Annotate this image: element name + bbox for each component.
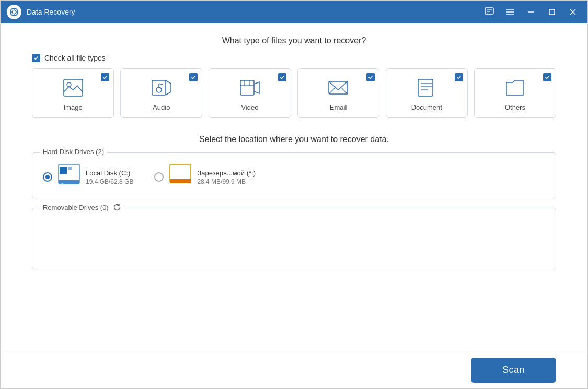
audio-checkbox[interactable] (189, 73, 198, 81)
svg-line-28 (341, 88, 348, 94)
main-content: What type of files you want to recover? … (1, 23, 587, 351)
drive-reserved-radio[interactable] (154, 172, 164, 182)
others-checkbox[interactable] (543, 73, 551, 81)
svg-line-21 (159, 84, 163, 85)
drive-c-radio[interactable] (43, 172, 52, 182)
svg-point-17 (67, 82, 71, 87)
svg-rect-36 (68, 167, 72, 170)
svg-rect-22 (240, 80, 254, 95)
removable-legend: Removable Drives (0) (40, 203, 124, 211)
app-title: Data Recovery (27, 8, 481, 16)
check-all-checkbox[interactable] (32, 54, 40, 62)
video-icon (238, 76, 261, 99)
document-label: Document (411, 103, 442, 111)
location-section: Select the location where you want to re… (32, 135, 556, 270)
drive-c-name: Local Disk (C:) (86, 169, 133, 177)
app-window: Data Recovery (0, 0, 588, 389)
file-type-others[interactable]: Others (474, 68, 556, 118)
hard-disk-drives-box: Hard Disk Drives (2) (32, 152, 556, 199)
chat-button[interactable] (481, 4, 498, 20)
image-checkbox[interactable] (101, 73, 109, 81)
location-title: Select the location where you want to re… (32, 135, 556, 144)
minimize-button[interactable] (523, 4, 539, 20)
file-type-email[interactable]: Email (297, 68, 379, 118)
drive-c[interactable]: C: Local Disk (C:) 19.4 GB/62.8 GB (43, 163, 133, 191)
svg-point-19 (156, 87, 162, 92)
file-types-title: What type of files you want to recover? (32, 36, 556, 45)
drive-reserved-icon (169, 163, 192, 191)
email-checkbox[interactable] (366, 73, 375, 81)
drives-list: C: Local Disk (C:) 19.4 GB/62.8 GB (43, 161, 545, 191)
others-icon (503, 76, 526, 99)
email-icon (327, 76, 350, 99)
image-icon (62, 76, 85, 99)
drive-reserved-size: 28.4 MB/99.9 MB (197, 178, 256, 185)
svg-text:C:: C: (61, 183, 65, 186)
svg-rect-39 (170, 179, 191, 183)
window-controls (481, 4, 581, 20)
video-checkbox[interactable] (278, 73, 286, 81)
menu-button[interactable] (502, 4, 518, 20)
svg-rect-6 (485, 8, 493, 14)
check-all-row[interactable]: Check all file types (32, 54, 556, 62)
removable-drives-box: Removable Drives (0) (32, 208, 556, 270)
app-logo (7, 5, 21, 19)
audio-icon (150, 76, 173, 99)
svg-rect-16 (64, 79, 83, 96)
file-type-audio[interactable]: Audio (120, 68, 202, 118)
document-icon (415, 76, 438, 99)
file-types-grid: Image (32, 68, 556, 118)
maximize-button[interactable] (544, 4, 560, 20)
video-label: Video (241, 103, 258, 111)
svg-rect-35 (60, 167, 67, 174)
removable-legend-text: Removable Drives (0) (43, 204, 109, 211)
svg-rect-29 (418, 79, 433, 96)
drive-reserved-name: Зарезерв...мой (*:) (197, 169, 256, 177)
footer: Scan (1, 351, 587, 388)
svg-rect-13 (549, 9, 555, 15)
drive-reserved[interactable]: Зарезерв...мой (*:) 28.4 MB/99.9 MB (154, 163, 256, 191)
scan-button[interactable]: Scan (471, 358, 556, 383)
drive-c-icon: C: (57, 163, 80, 191)
drive-reserved-info: Зарезерв...мой (*:) 28.4 MB/99.9 MB (197, 169, 256, 185)
document-checkbox[interactable] (455, 73, 463, 81)
svg-point-1 (12, 10, 16, 14)
check-all-label: Check all file types (44, 54, 106, 62)
image-label: Image (64, 103, 83, 111)
hard-disk-legend: Hard Disk Drives (2) (40, 148, 107, 156)
file-types-section: What type of files you want to recover? … (32, 36, 556, 118)
drive-c-size: 19.4 GB/62.8 GB (86, 178, 133, 185)
drive-c-info: Local Disk (C:) 19.4 GB/62.8 GB (86, 169, 133, 185)
others-label: Others (505, 103, 525, 111)
audio-label: Audio (153, 103, 170, 111)
file-type-image[interactable]: Image (32, 68, 114, 118)
close-button[interactable] (564, 4, 581, 20)
file-type-document[interactable]: Document (386, 68, 468, 118)
file-type-video[interactable]: Video (209, 68, 291, 118)
svg-rect-26 (329, 81, 348, 94)
titlebar: Data Recovery (1, 1, 587, 23)
refresh-button[interactable] (113, 203, 121, 211)
svg-rect-18 (152, 80, 166, 95)
email-label: Email (330, 103, 347, 111)
svg-line-27 (329, 88, 335, 94)
